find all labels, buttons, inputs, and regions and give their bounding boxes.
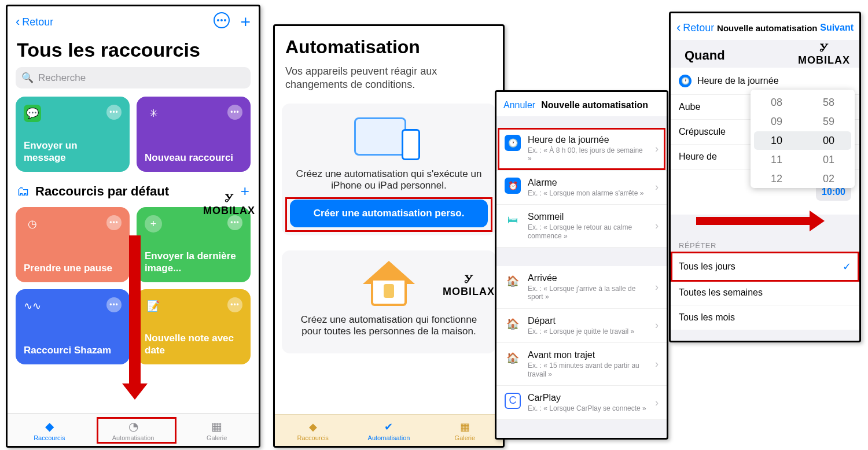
shortcut-tile[interactable]: ◷••• Prendre une pause xyxy=(16,207,130,282)
tile-label: Nouveau raccourci xyxy=(145,152,242,164)
nav-bar: Annuler Nouvelle automatisation xyxy=(496,92,667,116)
trigger-alarm[interactable]: ⏰ AlarmeEx. : « Lorsque mon alarme s'arr… xyxy=(496,171,667,205)
trigger-list: 🕐 Heure de la journéeEx. : « À 8 h 00, l… xyxy=(496,128,667,248)
option-label: Heure de xyxy=(679,152,717,162)
shortcut-tile[interactable]: 💬••• Envoyer un message xyxy=(16,97,130,172)
stack-icon: ◆ xyxy=(8,419,91,433)
search-placeholder: Recherche xyxy=(38,72,86,84)
row-example: Ex. : « 15 minutes avant de partir au tr… xyxy=(528,362,648,378)
card-description: Créez une automatisation qui s'exécute u… xyxy=(290,168,488,191)
personal-automation-card: Créez une automatisation qui s'exécute u… xyxy=(282,104,496,235)
option-label: Tous les mois xyxy=(679,312,735,323)
trigger-leave[interactable]: 🏠 DépartEx. : « Lorsque je quitte le tra… xyxy=(496,309,667,343)
home-leave-icon: 🏠 xyxy=(505,316,521,332)
back-button[interactable]: ‹Retour xyxy=(676,20,714,35)
tab-automation[interactable]: ✔Automatisation xyxy=(351,415,426,446)
tab-label: Galerie xyxy=(207,434,227,441)
chevron-left-icon: ‹ xyxy=(16,14,20,29)
row-title: Sommeil xyxy=(528,212,648,222)
tile-more-icon[interactable]: ••• xyxy=(106,105,122,120)
chevron-right-icon: › xyxy=(655,358,659,370)
row-title: Heure de la journée xyxy=(528,135,648,145)
tab-gallery[interactable]: ▦Galerie xyxy=(175,414,259,446)
trigger-before-commute[interactable]: 🏠 Avant mon trajetEx. : « 15 minutes ava… xyxy=(496,343,667,386)
cancel-button[interactable]: Annuler xyxy=(503,100,535,110)
trigger-sleep[interactable]: 🛏 SommeilEx. : « Lorsque le retour au ca… xyxy=(496,205,667,248)
sparkle-icon: ✳ xyxy=(145,105,162,122)
home-arrive-icon: 🏠 xyxy=(505,273,521,289)
tile-more-icon[interactable]: ••• xyxy=(227,297,242,312)
repeat-daily[interactable]: Tous les jours ✓ xyxy=(671,253,859,281)
trigger-time-of-day[interactable]: 🕐 Heure de la journéeEx. : « À 8 h 00, l… xyxy=(496,128,667,171)
row-example: Ex. : « Lorsque mon alarme s'arrête » xyxy=(528,189,648,197)
waveform-icon: ∿∿ xyxy=(24,297,41,315)
shortcut-tile[interactable]: ✳••• Nouveau raccourci xyxy=(137,97,251,172)
back-button[interactable]: ‹ Retour xyxy=(16,14,53,29)
gallery-icon: ▦ xyxy=(427,421,503,433)
nav-bar: ‹ Retour ••• + xyxy=(8,6,259,35)
chevron-left-icon: ‹ xyxy=(676,20,681,35)
timer-icon: ◷ xyxy=(24,215,41,233)
search-input[interactable]: 🔍 Recherche xyxy=(16,67,251,88)
shortcut-tile[interactable]: 📝••• Nouvelle note avec date xyxy=(137,289,251,364)
home-commute-icon: 🏠 xyxy=(505,350,521,366)
shortcut-tile[interactable]: +••• Envoyer la dernière image... xyxy=(137,207,251,282)
send-icon: + xyxy=(145,215,162,233)
shortcut-tile[interactable]: ∿∿••• Raccourci Shazam xyxy=(16,289,130,364)
watermark: ỾMOBILAX xyxy=(203,191,255,217)
tile-more-icon[interactable]: ••• xyxy=(106,215,122,230)
check-icon: ✓ xyxy=(843,260,851,273)
tab-shortcuts[interactable]: ◆Raccourcis xyxy=(8,414,91,446)
chevron-right-icon: › xyxy=(655,281,659,293)
option-label: Tous les jours xyxy=(679,261,735,272)
picker-hours[interactable]: 08 09 10 11 12 xyxy=(751,90,803,188)
repeat-weekly[interactable]: Toutes les semaines xyxy=(671,281,859,305)
tab-label: Raccourcis xyxy=(297,434,328,441)
trigger-arrive[interactable]: 🏠 ArrivéeEx. : « Lorsque j'arrive à la s… xyxy=(496,266,667,309)
picker-minutes[interactable]: 58 59 00 01 02 xyxy=(803,90,855,188)
tile-more-icon[interactable]: ••• xyxy=(227,105,242,120)
watermark: ỾMOBILAX xyxy=(798,41,850,67)
tile-label: Envoyer la dernière image... xyxy=(145,250,242,274)
folder-title: Raccourcis par défaut xyxy=(35,184,169,199)
page-title: Nouvelle automatisation xyxy=(541,100,648,110)
carplay-icon: C xyxy=(505,393,521,409)
row-title: CarPlay xyxy=(528,393,648,403)
tab-gallery[interactable]: ▦Galerie xyxy=(427,415,503,446)
tab-label: Automatisation xyxy=(112,434,155,441)
page-subtitle: Vos appareils peuvent réagir aux changem… xyxy=(285,65,492,92)
row-title: Départ xyxy=(528,316,648,326)
messages-icon: 💬 xyxy=(24,105,41,122)
home-icon xyxy=(363,261,415,306)
trigger-carplay[interactable]: C CarPlayEx. : « Lorsque CarPlay se conn… xyxy=(496,386,667,420)
more-icon[interactable]: ••• xyxy=(214,12,230,28)
chevron-right-icon: › xyxy=(655,319,659,331)
back-label: Retour xyxy=(683,22,714,34)
page-title: Nouvelle automatisation xyxy=(717,23,817,33)
tile-label: Nouvelle note avec date xyxy=(145,333,242,356)
tab-automation[interactable]: ◔Automatisation xyxy=(91,414,175,446)
repeat-monthly[interactable]: Tous les mois xyxy=(671,305,859,330)
clock-icon: ◔ xyxy=(91,419,175,433)
card-description: Créez une automatisation qui fonctionne … xyxy=(290,314,488,337)
row-example: Ex. : « Lorsque je quitte le travail » xyxy=(528,327,648,335)
next-button[interactable]: Suivant xyxy=(820,23,854,33)
back-label: Retour xyxy=(22,16,53,28)
alarm-icon: ⏰ xyxy=(505,178,521,194)
tile-more-icon[interactable]: ••• xyxy=(227,215,242,230)
time-picker[interactable]: 08 09 10 11 12 58 59 00 01 02 xyxy=(751,90,855,188)
row-example: Ex. : « Lorsque CarPlay se connecte » xyxy=(528,404,648,412)
screen-shortcuts: ‹ Retour ••• + Tous les raccourcis 🔍 Rec… xyxy=(6,5,260,448)
tile-more-icon[interactable]: ••• xyxy=(106,297,122,312)
page-title: Automatisation xyxy=(285,36,492,58)
tab-shortcuts[interactable]: ◆Raccourcis xyxy=(275,415,351,446)
plus-icon[interactable]: + xyxy=(240,12,251,32)
create-personal-automation-button[interactable]: Créer une automatisation perso. xyxy=(290,200,488,227)
chevron-right-icon: › xyxy=(655,181,659,193)
tab-label: Galerie xyxy=(455,434,475,441)
tab-label: Automatisation xyxy=(368,434,410,441)
tile-label: Prendre une pause xyxy=(24,263,122,274)
tab-bar: ◆Raccourcis ◔Automatisation ▦Galerie xyxy=(8,413,259,446)
option-label: Aube xyxy=(679,102,700,112)
arrow-down-annotation xyxy=(129,235,141,386)
